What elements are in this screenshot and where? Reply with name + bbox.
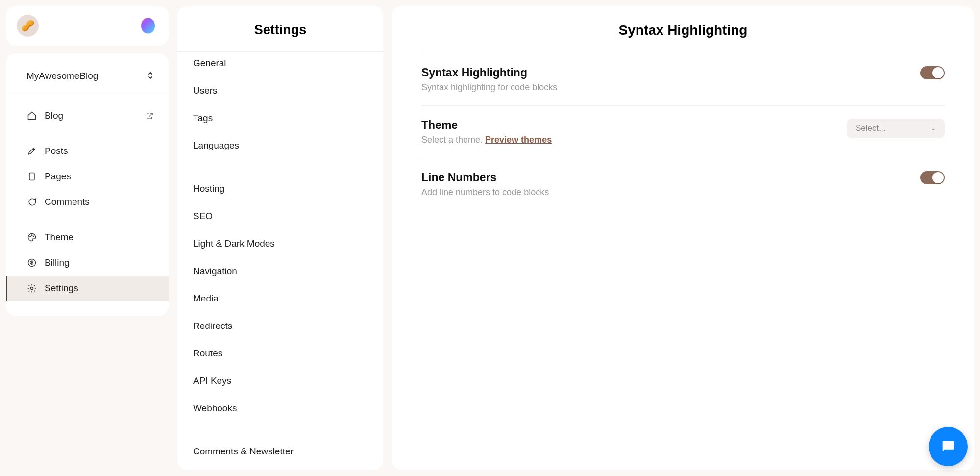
chat-widget-button[interactable] <box>929 427 968 466</box>
settings-item-users[interactable]: Users <box>177 77 383 104</box>
settings-list[interactable]: General Users Tags Languages Hosting SEO… <box>177 52 383 470</box>
gear-icon <box>26 283 37 294</box>
setting-row-syntax-highlighting: Syntax Highlighting Syntax highlighting … <box>421 53 945 106</box>
sidebar-item-label: Posts <box>45 146 68 156</box>
nav-section-config: Theme Billing Settings <box>6 220 169 306</box>
svg-point-3 <box>33 236 34 237</box>
setting-label-group: Syntax Highlighting Syntax highlighting … <box>421 66 920 93</box>
settings-column: Settings General Users Tags Languages Ho… <box>177 6 383 470</box>
header-card: 🥜 <box>6 6 169 46</box>
logo-emoji: 🥜 <box>21 20 34 32</box>
pencil-icon <box>26 146 37 156</box>
settings-item-navigation[interactable]: Navigation <box>177 257 383 285</box>
nav-section-blog: Blog <box>6 98 169 133</box>
setting-label: Line Numbers <box>421 171 920 184</box>
settings-item-tags[interactable]: Tags <box>177 104 383 132</box>
svg-rect-0 <box>29 173 34 180</box>
settings-item-languages[interactable]: Languages <box>177 132 383 159</box>
page-icon <box>26 171 37 182</box>
sidebar-item-theme[interactable]: Theme <box>6 225 169 250</box>
line-numbers-toggle[interactable] <box>920 171 945 184</box>
sidebar-item-label: Billing <box>45 257 70 268</box>
avatar[interactable] <box>138 16 158 36</box>
settings-item-hosting[interactable]: Hosting <box>177 175 383 202</box>
settings-item-light-dark[interactable]: Light & Dark Modes <box>177 230 383 257</box>
external-link-icon <box>146 112 154 120</box>
settings-title: Settings <box>177 6 383 52</box>
chevron-down-icon: ⌄ <box>931 125 936 132</box>
sidebar: 🥜 MyAwesomeBlog Blog <box>6 6 169 470</box>
chat-icon <box>26 197 37 207</box>
sidebar-item-blog[interactable]: Blog <box>6 103 169 128</box>
settings-item-api-keys[interactable]: API Keys <box>177 367 383 395</box>
setting-desc: Select a theme. Preview themes <box>421 135 847 145</box>
sidebar-item-comments[interactable]: Comments <box>6 189 169 215</box>
setting-label-group: Line Numbers Add line numbers to code bl… <box>421 171 920 198</box>
dollar-icon <box>26 257 37 268</box>
palette-icon <box>26 232 37 243</box>
sidebar-item-label: Pages <box>45 171 71 182</box>
svg-point-1 <box>30 236 31 237</box>
sidebar-item-pages[interactable]: Pages <box>6 164 169 189</box>
setting-desc: Syntax highlighting for code blocks <box>421 82 920 93</box>
svg-point-2 <box>31 235 32 236</box>
settings-item-routes[interactable]: Routes <box>177 340 383 367</box>
setting-label: Theme <box>421 119 847 132</box>
chat-bubble-icon <box>940 438 956 455</box>
settings-item-redirects[interactable]: Redirects <box>177 312 383 340</box>
svg-point-5 <box>31 287 33 290</box>
nav-card: MyAwesomeBlog Blog Posts <box>6 53 169 316</box>
setting-row-theme: Theme Select a theme. Preview themes Sel… <box>421 106 945 158</box>
setting-row-line-numbers: Line Numbers Add line numbers to code bl… <box>421 158 945 210</box>
nav-section-content: Posts Pages Comments <box>6 133 169 220</box>
main-panel: Syntax Highlighting Syntax Highlighting … <box>392 6 974 470</box>
setting-desc-text: Select a theme. <box>421 135 485 145</box>
settings-item-seo[interactable]: SEO <box>177 202 383 230</box>
setting-desc: Add line numbers to code blocks <box>421 187 920 198</box>
updown-icon <box>147 71 154 81</box>
settings-item-general[interactable]: General <box>177 52 383 77</box>
page-title: Syntax Highlighting <box>421 23 945 53</box>
sidebar-item-posts[interactable]: Posts <box>6 138 169 164</box>
settings-item-media[interactable]: Media <box>177 285 383 312</box>
preview-themes-link[interactable]: Preview themes <box>485 135 552 145</box>
select-placeholder: Select... <box>856 124 885 133</box>
sidebar-item-label: Settings <box>45 283 78 294</box>
app-logo[interactable]: 🥜 <box>17 15 39 37</box>
sidebar-item-label: Blog <box>45 110 63 121</box>
site-selector[interactable]: MyAwesomeBlog <box>6 58 169 94</box>
settings-item-comments-newsletter[interactable]: Comments & Newsletter <box>177 438 383 465</box>
sidebar-item-label: Theme <box>45 232 74 243</box>
setting-label-group: Theme Select a theme. Preview themes <box>421 119 847 145</box>
sidebar-item-label: Comments <box>45 197 90 207</box>
sidebar-item-settings[interactable]: Settings <box>6 276 169 301</box>
sidebar-item-billing[interactable]: Billing <box>6 250 169 276</box>
home-icon <box>26 110 37 121</box>
site-name: MyAwesomeBlog <box>26 71 98 81</box>
syntax-highlighting-toggle[interactable] <box>920 66 945 79</box>
settings-item-webhooks[interactable]: Webhooks <box>177 395 383 422</box>
theme-select[interactable]: Select... ⌄ <box>847 119 945 138</box>
setting-label: Syntax Highlighting <box>421 66 920 79</box>
